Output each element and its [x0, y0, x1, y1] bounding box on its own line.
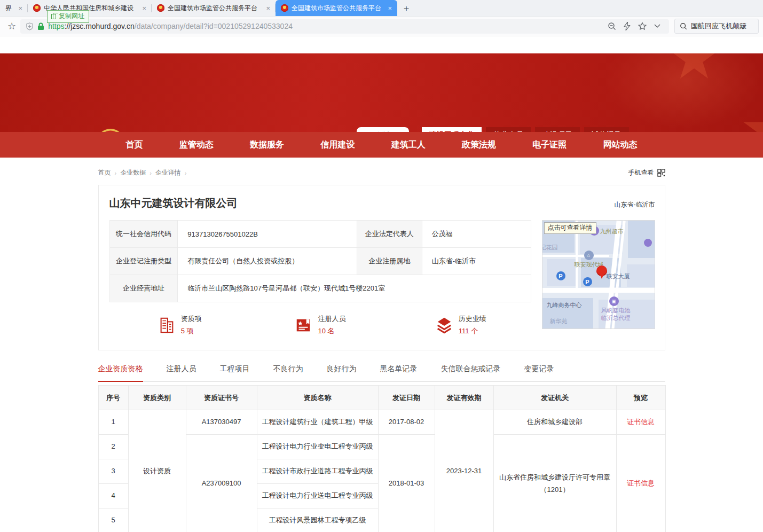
- qualification-table: 序号 资质类别 资质证书号 资质名称 发证日期 发证有效期 发证机关 预览 1 …: [98, 385, 666, 532]
- stat-label: 注册人员: [318, 314, 345, 324]
- search-tab-enterprise[interactable]: 建设工程企业: [422, 127, 482, 132]
- nav-item-policy[interactable]: 政策法规: [462, 139, 496, 151]
- mobile-view-label: 手机查看: [628, 168, 654, 177]
- building-icon: [158, 316, 176, 334]
- tab-blacklist[interactable]: 黑名单记录: [380, 364, 418, 381]
- building-marker-icon: ⌂: [584, 251, 594, 260]
- cell-name: 工程设计市政行业道路工程专业丙级: [257, 459, 378, 484]
- certificate-info-link[interactable]: 证书信息: [627, 479, 655, 487]
- company-info-table: 统一社会信用代码 91371302675501022B 企业法定代表人 公茂福 …: [109, 220, 531, 302]
- emblem-favicon-icon: ★: [33, 4, 41, 12]
- table-header-row: 序号 资质类别 资质证书号 资质名称 发证日期 发证有效期 发证机关 预览: [98, 386, 665, 410]
- search-tab-credit[interactable]: 诚信记录: [584, 127, 629, 132]
- map-label-garden: 纪花园: [542, 244, 558, 252]
- url-text[interactable]: https://jzsc.mohurd.gov.cn/data/company/…: [48, 22, 604, 30]
- map-tooltip: 点击可查看详情: [544, 222, 596, 234]
- copy-url-tooltip-text: 复制网址: [59, 12, 84, 21]
- main-navigation: 首页 监管动态 数据服务 信用建设 建筑工人 政策法规 电子证照 网站动态: [0, 132, 763, 158]
- credit-code-label: 统一社会信用代码: [109, 221, 178, 248]
- table-row: 统一社会信用代码 91371302675501022B 企业法定代表人 公茂福: [109, 221, 531, 248]
- lightning-icon[interactable]: [624, 22, 631, 30]
- credit-code-value: 91371302675501022B: [178, 221, 357, 248]
- browser-search-text: 国航回应飞机颠簸: [691, 21, 746, 31]
- browser-tab-jzsc-1[interactable]: ★ 全国建筑市场监管公共服务平台 ×: [152, 0, 276, 16]
- zoom-out-icon[interactable]: [608, 22, 616, 30]
- favorite-star-icon[interactable]: [638, 22, 647, 30]
- col-cert-no: 资质证书号: [186, 386, 257, 410]
- header-search-tabs: 建设工程企业 从业人员 建设项目 诚信记录: [422, 127, 661, 132]
- company-location-map[interactable]: ▣ 九州超市 纪花园 ⌂ 联安现代城 P P 联安大厦 九峰商务中心 ▣ 风帆蓄…: [542, 220, 655, 329]
- new-tab-button[interactable]: ＋: [397, 0, 415, 16]
- breadcrumb-company-data[interactable]: 企业数据: [120, 168, 146, 177]
- national-emblem-icon: [96, 128, 125, 132]
- browser-search-box[interactable]: 国航回应飞机颠簸: [674, 19, 759, 34]
- tab-title: 全国建筑市场监管公共服务平台: [292, 4, 384, 13]
- map-label-lianan-tower: 联安大厦: [607, 273, 630, 280]
- cell-validity: 2023-12-31: [435, 410, 493, 532]
- cell-category: 设计资质: [128, 410, 186, 532]
- site-header-banner: 中华人民共和国住房和城乡建设部 www.mohurd.gov.cn 全国建筑市场…: [0, 53, 763, 132]
- cell-name: 工程设计建筑行业（建筑工程）甲级: [257, 410, 378, 435]
- copy-url-tooltip: 复制网址: [47, 10, 89, 23]
- cell-authority: 山东省住房和城乡建设厅许可专用章（1201）: [493, 435, 616, 532]
- address-label: 企业经营地址: [109, 275, 178, 302]
- tab-close-icon[interactable]: ×: [18, 4, 22, 12]
- nav-item-e-license[interactable]: 电子证照: [532, 139, 567, 151]
- tab-bad-behavior[interactable]: 不良行为: [273, 364, 303, 381]
- cell-name: 工程设计风景园林工程专项乙级: [257, 508, 378, 532]
- col-authority: 发证机关: [493, 386, 616, 410]
- cell-cert-no: A137030497: [186, 410, 257, 435]
- tab-change-records[interactable]: 变更记录: [524, 364, 554, 381]
- tab-dishonesty-records[interactable]: 失信联合惩戒记录: [441, 364, 501, 381]
- company-stats-row: 资质项 5 项 注册人员 10 名: [109, 314, 531, 336]
- map-label-xinhuayuan: 新华苑: [550, 318, 568, 325]
- tab-close-icon[interactable]: ×: [388, 4, 392, 12]
- address-bar-actions: [608, 22, 660, 30]
- qr-code-icon: [657, 169, 665, 177]
- map-label-supermarket: 九州超市: [600, 228, 624, 236]
- col-name: 资质名称: [257, 386, 378, 410]
- certificate-icon: [294, 316, 312, 334]
- banner-glow-decor: [571, 53, 763, 132]
- page-top-gap: [0, 36, 763, 53]
- nav-item-supervision[interactable]: 监管动态: [179, 139, 214, 151]
- parking-icon: P: [583, 277, 592, 286]
- bookmark-star-icon[interactable]: ☆: [7, 20, 16, 32]
- search-tab-project[interactable]: 建设项目: [535, 127, 580, 132]
- cell-cert-no: A237009100: [186, 435, 257, 532]
- atm-marker-icon: [644, 239, 652, 247]
- browser-tab-strip: 界 × ★ 中华人民共和国住房和城乡建设 × ★ 全国建筑市场监管公共服务平台 …: [0, 0, 763, 17]
- nav-item-site-news[interactable]: 网站动态: [603, 139, 637, 151]
- breadcrumb-company-detail[interactable]: 企业详情: [155, 168, 181, 177]
- browser-tab-partial[interactable]: 界 ×: [0, 0, 28, 16]
- mobile-view-button[interactable]: 手机查看: [628, 168, 665, 177]
- col-category: 资质类别: [128, 386, 186, 410]
- browser-tab-jzsc-active[interactable]: ★ 全国建筑市场监管公共服务平台 ×: [276, 0, 397, 16]
- tab-qualifications[interactable]: 企业资质资格: [98, 364, 143, 382]
- tab-registered-personnel[interactable]: 注册人员: [167, 364, 196, 381]
- chevron-down-icon[interactable]: [654, 24, 660, 28]
- nav-item-credit[interactable]: 信用建设: [320, 139, 355, 151]
- stat-registered-personnel: 注册人员 10 名: [250, 314, 390, 336]
- company-name: 山东中元建筑设计有限公司: [109, 196, 238, 210]
- qr-code-panel: [357, 127, 409, 132]
- certificate-info-link[interactable]: 证书信息: [627, 418, 655, 426]
- url-host: ://jzsc.mohurd.gov.cn: [65, 22, 135, 30]
- tab-close-icon[interactable]: ×: [142, 4, 146, 12]
- nav-item-data-service[interactable]: 数据服务: [250, 139, 284, 151]
- reg-type-label: 企业登记注册类型: [109, 248, 178, 275]
- tab-close-icon[interactable]: ×: [266, 4, 270, 12]
- map-road: [542, 288, 655, 293]
- nav-item-workers[interactable]: 建筑工人: [391, 139, 426, 151]
- search-tab-personnel[interactable]: 从业人员: [486, 127, 531, 132]
- table-row: 企业登记注册类型 有限责任公司（自然人投资或控股） 企业注册属地 山东省-临沂市: [109, 248, 531, 275]
- breadcrumb-home[interactable]: 首页: [98, 168, 111, 177]
- nav-item-home[interactable]: 首页: [126, 139, 143, 151]
- tab-projects[interactable]: 工程项目: [220, 364, 250, 381]
- shield-plus-icon[interactable]: [26, 22, 34, 30]
- url-field[interactable]: https://jzsc.mohurd.gov.cn/data/company/…: [20, 19, 669, 34]
- banner-title-block: 中华人民共和国住房和城乡建设部 www.mohurd.gov.cn 全国建筑市场…: [131, 131, 378, 132]
- browser-tab-mohurd[interactable]: ★ 中华人民共和国住房和城乡建设 ×: [28, 0, 152, 16]
- tab-good-behavior[interactable]: 良好行为: [327, 364, 357, 381]
- stat-qualifications: 资质项 5 项: [109, 314, 250, 336]
